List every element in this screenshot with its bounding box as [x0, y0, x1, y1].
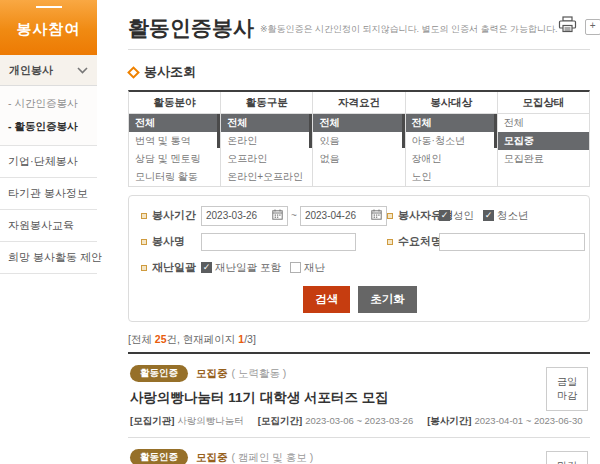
sidebar-item-education[interactable]: 자원봉사교육 [0, 210, 97, 242]
org-value: 사랑의빵나눔터 [177, 415, 244, 426]
option-list: 전체 있음 없음 [313, 114, 404, 186]
result-item-top: 활동인증 모집중 ( 노력활동 ) [130, 365, 540, 382]
result-meta: [모집기관]사랑의빵나눔터 [모집기간]2023-03-06 ~ 2023-03… [130, 415, 540, 428]
volunteer-type-fields: ✓ 성인 ✓ 청소년 [439, 209, 579, 223]
sidebar-item-other-orgs[interactable]: 타기관 봉사정보 [0, 178, 97, 210]
checkbox-disaster-include-label[interactable]: 재난일괄 포함 [215, 261, 281, 275]
search-button[interactable]: 검색 [303, 286, 350, 313]
result-item: 활동인증 모집중 ( 캠페인 및 홍보 ) 누구나 할수 있어! 치매파트너~!… [128, 438, 590, 464]
filter-option[interactable]: 오프라인 [221, 150, 312, 168]
filter-option[interactable]: 전체 [129, 114, 220, 132]
recruit-label: [모집기간] [258, 415, 302, 426]
filter-option[interactable]: 아동·청소년 [406, 132, 497, 150]
sidebar-item-time-cert[interactable]: - 시간인증봉사 [0, 92, 97, 115]
recruit-value: 2023-03-06 ~ 2023-03-26 [305, 415, 413, 426]
filter-option[interactable]: 전체 [498, 114, 589, 132]
sidebar: 봉사참여 개인봉사 - 시간인증봉사 - 활동인증봉사 기업·단체봉사 타기관 … [0, 0, 97, 274]
sidebar-item-corporate[interactable]: 기업·단체봉사 [0, 146, 97, 178]
deadline-line1: 금일 [557, 375, 577, 390]
filter-column-target: 봉사대상 전체 아동·청소년 장애인 노인 [406, 92, 498, 186]
scrollbar[interactable] [309, 114, 312, 148]
sidebar-subgroup: - 시간인증봉사 - 활동인증봉사 [0, 86, 97, 146]
count-total: 25 [155, 333, 167, 345]
form-row-disaster: 재난일괄 ✓ 재난일괄 포함 재난 [141, 256, 579, 279]
sidebar-item-personal-volunteer[interactable]: 개인봉사 [0, 55, 97, 86]
filter-option[interactable]: 전체 [221, 114, 312, 132]
diamond-icon [127, 66, 140, 79]
page-header: 활동인증봉사 ※활동인증은 시간인정이 되지않습니다. 별도의 인증서 출력은 … [128, 0, 590, 50]
count-suffix: /3] [244, 333, 256, 345]
service-name-input[interactable] [201, 233, 356, 251]
scrollbar[interactable] [494, 114, 497, 148]
sidebar-item-activity-cert[interactable]: - 활동인증봉사 [0, 115, 97, 138]
option-list: 전체 번역 및 통역 상담 및 멘토링 모니터링 활동 [129, 114, 220, 186]
chevron-down-icon [77, 64, 88, 76]
service-value: 2023-04-01 ~ 2023-06-30 [475, 415, 583, 426]
result-item: 활동인증 모집중 ( 노력활동 ) 사랑의빵나눔터 11기 대학생 서포터즈 모… [128, 354, 590, 438]
section-title-label: 봉사조회 [144, 63, 196, 81]
sidebar-section-label: 개인봉사 [9, 63, 53, 78]
checkbox-disaster-include[interactable]: ✓ [201, 262, 212, 273]
column-header: 봉사대상 [406, 92, 497, 114]
printer-icon[interactable] [558, 16, 577, 37]
activity-cert-badge: 활동인증 [130, 449, 188, 464]
checkbox-adult-label[interactable]: 성인 [453, 209, 474, 223]
column-header: 모집상태 [498, 92, 589, 114]
period-label-text: 봉사기간 [152, 208, 196, 223]
search-form: 봉사기간 2023-03-26 ~ 2023-04-26 [128, 195, 590, 322]
filter-option[interactable]: 온라인 [221, 132, 312, 150]
checkbox-disaster[interactable] [290, 262, 301, 273]
bullet-icon [387, 213, 393, 219]
result-title-link[interactable]: 사랑의빵나눔터 11기 대학생 서포터즈 모집 [130, 389, 540, 407]
filter-option[interactable]: 노인 [406, 168, 497, 186]
filter-option[interactable]: 모니터링 활동 [129, 168, 220, 186]
filter-option[interactable]: 없음 [313, 150, 404, 168]
filter-option[interactable]: 전체 [406, 114, 497, 132]
scrollbar[interactable] [217, 114, 220, 148]
filter-option[interactable]: 모집중 [498, 132, 589, 150]
section-title: 봉사조회 [128, 63, 590, 81]
activity-cert-badge: 활동인증 [130, 365, 188, 382]
scrollbar[interactable] [402, 114, 405, 148]
header-tools: + - [558, 16, 600, 38]
page-note: ※활동인증은 시간인정이 되지않습니다. 별도의 인증서 출력은 가능합니다. [260, 23, 558, 38]
result-list: 활동인증 모집중 ( 노력활동 ) 사랑의빵나눔터 11기 대학생 서포터즈 모… [128, 352, 590, 464]
volunteer-type-label: 봉사자유형 [387, 208, 439, 223]
service-name-wrap [201, 233, 387, 251]
service-name-label-text: 봉사명 [152, 234, 185, 249]
filter-option[interactable]: 온라인+오프라인 [221, 168, 312, 186]
checkbox-disaster-label[interactable]: 재난 [304, 261, 325, 275]
date-to-field[interactable]: 2023-04-26 [300, 206, 387, 226]
sidebar-item-suggestion[interactable]: 희망 봉사활동 제안 [0, 242, 97, 274]
category-label: ( 노력활동 ) [232, 367, 287, 381]
calendar-icon[interactable] [371, 209, 382, 222]
column-header: 자격요건 [313, 92, 404, 114]
period-separator: ~ [291, 210, 297, 221]
checkbox-teen[interactable]: ✓ [483, 210, 494, 221]
filter-column-field: 활동분야 전체 번역 및 통역 상담 및 멘토링 모니터링 활동 [129, 92, 221, 186]
calendar-icon[interactable] [272, 209, 283, 222]
filter-option[interactable]: 상담 및 멘토링 [129, 150, 220, 168]
date-from-field[interactable]: 2023-03-26 [201, 206, 288, 226]
deadline-badge: 마감 5일전 [546, 451, 588, 464]
checkbox-teen-label[interactable]: 청소년 [497, 209, 529, 223]
filter-column-status: 모집상태 전체 모집중 모집완료 [498, 92, 589, 186]
demand-name-label: 수요처명 [387, 234, 439, 249]
deadline-line1: 마감 [557, 459, 577, 464]
font-zoom-in-button[interactable]: + [585, 19, 600, 35]
deadline-badge: 금일 마감 [546, 367, 588, 411]
filter-option[interactable]: 모집완료 [498, 150, 589, 168]
filter-column-qualification: 자격요건 전체 있음 없음 [313, 92, 405, 186]
filter-option[interactable]: 전체 [313, 114, 404, 132]
option-list: 전체 아동·청소년 장애인 노인 [406, 114, 497, 186]
count-prefix: [전체 [128, 333, 155, 345]
filter-option[interactable]: 장애인 [406, 150, 497, 168]
date-to-value: 2023-04-26 [305, 210, 356, 221]
reset-button[interactable]: 초기화 [358, 286, 417, 313]
filter-option[interactable]: 있음 [313, 132, 404, 150]
checkbox-adult[interactable]: ✓ [439, 210, 450, 221]
sidebar-header: 봉사참여 [0, 0, 97, 55]
disaster-fields: ✓ 재난일괄 포함 재난 [201, 261, 579, 275]
demand-name-input[interactable] [439, 233, 585, 251]
filter-option[interactable]: 번역 및 통역 [129, 132, 220, 150]
